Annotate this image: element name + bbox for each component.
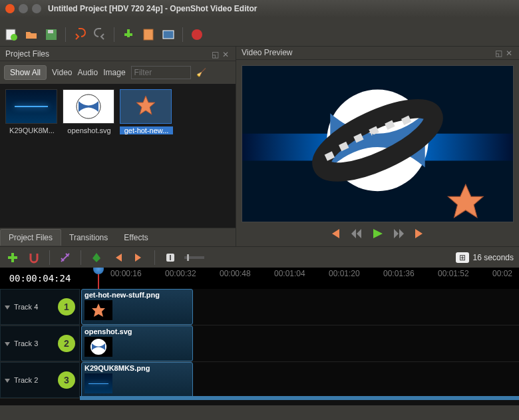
clear-filter-icon[interactable]: 🧹 — [196, 68, 206, 77]
maximize-window-icon[interactable] — [32, 4, 41, 13]
undock-icon[interactable]: ◱ — [212, 50, 220, 58]
timecode: 00:00:04:24 — [0, 268, 80, 289]
track-badge: 3 — [58, 371, 75, 389]
track-disclosure-icon[interactable] — [5, 379, 10, 385]
project-files-list: K29QUK8M... openshot.svg get-hot-new... — [0, 84, 236, 228]
zoom-badge-icon[interactable]: ⊞ — [456, 252, 469, 263]
track-row: Track 2 3 K29QUK8MKS.png — [0, 362, 519, 399]
track-disclosure-icon[interactable] — [5, 342, 10, 349]
window-title: Untitled Project [HDV 720 24p] - OpenSho… — [48, 4, 257, 13]
close-panel-icon[interactable]: ✕ — [506, 49, 514, 57]
track-row: Track 3 2 openshot.svg — [0, 325, 519, 362]
project-file-item[interactable]: openshot.svg — [63, 89, 116, 134]
show-all-button[interactable]: Show All — [4, 65, 47, 80]
fast-forward-icon[interactable] — [393, 228, 406, 241]
tab-effects[interactable]: Effects — [116, 230, 156, 246]
filter-input[interactable] — [131, 66, 191, 79]
jump-end-icon[interactable] — [414, 228, 427, 241]
filter-audio[interactable]: Audio — [78, 68, 98, 77]
svg-rect-4 — [144, 29, 153, 40]
playhead[interactable] — [98, 268, 99, 289]
profile-icon[interactable] — [141, 27, 156, 42]
track-row: Track 4 1 get-hot-new-stuff.png — [0, 289, 519, 325]
timeline-scrollbar[interactable] — [80, 396, 519, 400]
close-window-icon[interactable] — [5, 4, 15, 13]
zoom-label: 16 seconds — [473, 253, 514, 262]
fullscreen-icon[interactable] — [161, 27, 176, 42]
rewind-icon[interactable] — [350, 228, 363, 241]
main-toolbar — [0, 23, 519, 47]
svg-rect-3 — [48, 30, 53, 33]
center-playhead-icon[interactable] — [163, 250, 178, 265]
track-header[interactable]: Track 4 1 — [0, 289, 80, 325]
track-disclosure-icon[interactable] — [5, 306, 10, 312]
track-header[interactable]: Track 3 2 — [0, 325, 80, 361]
razor-icon[interactable] — [58, 250, 73, 265]
project-file-item[interactable]: get-hot-new... — [120, 89, 173, 134]
ruler[interactable]: 00:00:16 00:00:32 00:00:48 00:01:04 00:0… — [80, 268, 519, 289]
add-track-icon[interactable] — [5, 250, 20, 265]
svg-point-6 — [192, 29, 202, 40]
titlebar: Untitled Project [HDV 720 24p] - OpenSho… — [0, 0, 519, 17]
prev-marker-icon[interactable] — [110, 250, 125, 265]
save-project-icon[interactable] — [44, 27, 59, 42]
import-files-icon[interactable] — [121, 27, 136, 42]
menubar — [0, 17, 519, 23]
preview-canvas[interactable] — [242, 65, 514, 222]
undock-icon[interactable]: ◱ — [495, 49, 503, 57]
snap-icon[interactable] — [27, 250, 41, 265]
close-panel-icon[interactable]: ✕ — [222, 50, 230, 58]
redo-icon[interactable] — [92, 27, 107, 42]
video-preview-title: Video Preview — [242, 48, 293, 57]
timeline-clip[interactable]: openshot.svg — [81, 325, 193, 361]
filter-video[interactable]: Video — [52, 68, 72, 77]
track-badge: 2 — [58, 335, 75, 352]
play-icon[interactable] — [371, 228, 385, 241]
svg-rect-5 — [163, 31, 174, 39]
project-files-title: Project Files — [5, 49, 49, 59]
video-preview-panel: Video Preview ◱ ✕ — [236, 47, 519, 246]
filter-row: Show All Video Audio Image 🧹 — [0, 61, 236, 84]
timeline: 00:00:04:24 00:00:16 00:00:32 00:00:48 0… — [0, 268, 519, 405]
tab-project-files[interactable]: Project Files — [0, 229, 61, 246]
filter-image[interactable]: Image — [103, 68, 125, 77]
marker-icon[interactable] — [89, 250, 104, 265]
next-marker-icon[interactable] — [132, 250, 146, 265]
project-files-panel: Project Files ◱ ✕ Show All Video Audio I… — [0, 47, 236, 246]
tab-transitions[interactable]: Transitions — [61, 230, 116, 246]
minimize-window-icon[interactable] — [19, 4, 28, 13]
timeline-toolbar: ⊞ 16 seconds — [0, 246, 519, 268]
jump-start-icon[interactable] — [329, 228, 342, 241]
undo-icon[interactable] — [73, 27, 87, 42]
new-project-icon[interactable] — [4, 27, 19, 42]
svg-rect-19 — [170, 255, 171, 260]
timeline-clip[interactable]: get-hot-new-stuff.png — [81, 289, 193, 325]
export-icon[interactable] — [190, 27, 204, 42]
timeline-clip[interactable]: K29QUK8MKS.png — [81, 362, 193, 398]
track-badge: 1 — [58, 298, 75, 315]
open-project-icon[interactable] — [24, 27, 39, 42]
track-header[interactable]: Track 2 3 — [0, 362, 80, 398]
project-file-item[interactable]: K29QUK8M... — [5, 89, 59, 134]
zoom-slider[interactable] — [184, 256, 204, 259]
svg-point-1 — [11, 34, 17, 41]
